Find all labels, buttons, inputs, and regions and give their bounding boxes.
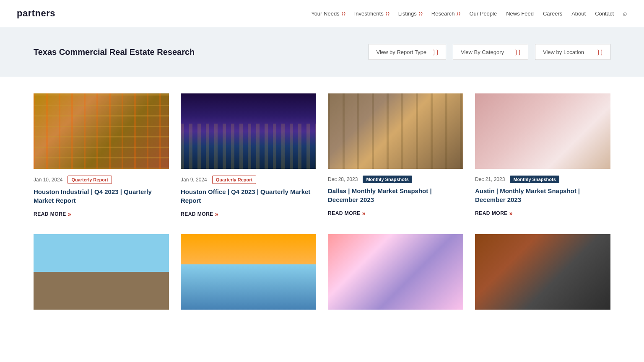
card-date: Dec 21, 2023	[475, 176, 505, 182]
report-type-dropdown[interactable]: View by Report Type ❳❳	[369, 44, 446, 60]
card-meta: Jan 9, 2024 Quarterly Report	[181, 169, 316, 187]
card-title: Dallas | Monthly Market Snapshot | Decem…	[328, 186, 463, 204]
category-dropdown[interactable]: View By Category ❳❳	[453, 44, 528, 60]
report-type-label: View by Report Type	[377, 49, 426, 55]
card-title: Houston Industrial | Q4 2023 | Quarterly…	[34, 187, 169, 205]
location-label: View by Location	[543, 49, 584, 55]
card-tag[interactable]: Monthly Snapshots	[510, 176, 559, 183]
arrows-icon: »	[509, 210, 513, 217]
nav-item-listings[interactable]: Listings❭❭	[398, 10, 422, 17]
chevron-down-icon: ❭❭	[456, 11, 460, 16]
card-image	[328, 93, 463, 169]
article-card-grid: Jan 10, 2024 Quarterly Report Houston In…	[34, 93, 610, 217]
chevron-down-icon: ❭❭	[385, 11, 389, 16]
article-card-partial	[34, 234, 169, 310]
card-tag[interactable]: Monthly Snapshots	[363, 176, 412, 183]
article-card: Jan 10, 2024 Quarterly Report Houston In…	[34, 93, 169, 217]
card-image	[34, 234, 169, 310]
category-label: View By Category	[461, 49, 504, 55]
nav-item-contact[interactable]: Contact	[595, 10, 614, 17]
filter-bar: Texas Commercial Real Estate Research Vi…	[0, 27, 644, 77]
card-image	[328, 234, 463, 310]
card-title: Houston Office | Q4 2023 | Quarterly Mar…	[181, 187, 316, 205]
search-icon[interactable]: ⌕	[623, 10, 627, 17]
nav-item-about[interactable]: About	[571, 10, 586, 17]
arrows-icon: »	[68, 211, 71, 217]
nav-item-research[interactable]: Research❭❭	[431, 10, 460, 17]
main-nav: Your Needs❭❭Investments❭❭Listings❭❭Resea…	[311, 10, 627, 17]
nav-item-careers[interactable]: Careers	[543, 10, 562, 17]
article-card-partial	[181, 234, 316, 310]
card-image	[475, 93, 610, 169]
location-dropdown[interactable]: View by Location ❳❳	[535, 44, 610, 60]
card-image	[181, 234, 316, 310]
chevron-down-icon: ❳❳	[596, 49, 602, 55]
card-image	[181, 93, 316, 169]
card-image	[34, 93, 169, 169]
arrows-icon: »	[215, 211, 218, 217]
article-card: Jan 9, 2024 Quarterly Report Houston Off…	[181, 93, 316, 217]
article-card-partial	[328, 234, 463, 310]
nav-item-our-people[interactable]: Our People	[469, 10, 497, 17]
read-more-link[interactable]: READ MORE »	[328, 210, 463, 217]
nav-item-investments[interactable]: Investments❭❭	[354, 10, 389, 17]
card-date: Jan 10, 2024	[34, 177, 62, 183]
site-logo[interactable]: partners	[17, 8, 55, 19]
chevron-down-icon: ❳❳	[514, 49, 520, 55]
main-content: Jan 10, 2024 Quarterly Report Houston In…	[0, 77, 644, 343]
card-image	[475, 234, 610, 310]
card-meta: Jan 10, 2024 Quarterly Report	[34, 169, 169, 187]
card-tag[interactable]: Quarterly Report	[68, 176, 112, 184]
read-more-link[interactable]: READ MORE »	[475, 210, 610, 217]
card-tag[interactable]: Quarterly Report	[212, 176, 256, 184]
nav-item-news-feed[interactable]: News Feed	[506, 10, 534, 17]
card-meta: Dec 21, 2023 Monthly Snapshots	[475, 169, 610, 186]
read-more-link[interactable]: READ MORE »	[34, 211, 169, 217]
chevron-down-icon: ❳❳	[431, 49, 438, 55]
page-title: Texas Commercial Real Estate Research	[34, 47, 195, 57]
arrows-icon: »	[362, 210, 366, 217]
article-card-partial	[475, 234, 610, 310]
card-date: Jan 9, 2024	[181, 177, 207, 183]
article-card-grid-row2	[34, 234, 610, 310]
chevron-down-icon: ❭❭	[418, 11, 422, 16]
card-date: Dec 28, 2023	[328, 176, 358, 182]
card-title: Austin | Monthly Market Snapshot | Decem…	[475, 186, 610, 204]
article-card: Dec 28, 2023 Monthly Snapshots Dallas | …	[328, 93, 463, 217]
read-more-link[interactable]: READ MORE »	[181, 211, 316, 217]
nav-item-your-needs[interactable]: Your Needs❭❭	[311, 10, 345, 17]
filter-dropdowns: View by Report Type ❳❳ View By Category …	[369, 44, 610, 60]
article-card: Dec 21, 2023 Monthly Snapshots Austin | …	[475, 93, 610, 217]
card-meta: Dec 28, 2023 Monthly Snapshots	[328, 169, 463, 186]
chevron-down-icon: ❭❭	[341, 11, 345, 16]
